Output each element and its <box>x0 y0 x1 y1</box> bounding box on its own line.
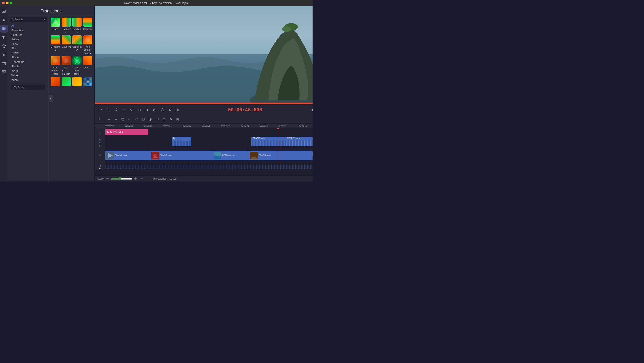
tl-color[interactable]: ◑ <box>147 116 153 122</box>
transition-ken-burns-intense[interactable]: Ken Burns – intense <box>83 35 92 54</box>
tl-settings[interactable]: ⚙ <box>168 116 174 122</box>
clip-bdmv5[interactable]: BDMV5.mov <box>213 151 249 160</box>
transition-row4a[interactable] <box>51 77 60 87</box>
transition-lens-center[interactable]: Lens – from center <box>72 56 81 75</box>
mic-button[interactable] <box>159 106 166 113</box>
maximize-button[interactable] <box>10 2 12 4</box>
collapse-arrow[interactable]: ‹ <box>49 95 52 102</box>
add-track-button[interactable]: + <box>96 116 102 122</box>
tl-mic[interactable] <box>161 116 167 122</box>
clip-bdmv1[interactable]: BDMV1.mov <box>106 151 150 160</box>
search-close-icon[interactable]: ✕ <box>43 18 46 21</box>
redo-button[interactable]: ↪ <box>105 106 112 113</box>
transition-row4b[interactable] <box>62 77 71 87</box>
tl-crop[interactable] <box>140 116 146 122</box>
tl-redo[interactable]: ↪ <box>113 116 119 122</box>
equalizer-icon[interactable] <box>0 68 8 75</box>
clip-bdmv2[interactable]: BDMV2.mov <box>150 151 213 160</box>
track3-eye-icon[interactable]: 👁 <box>98 154 101 157</box>
store-button[interactable]: Store <box>12 84 45 90</box>
category-item-all[interactable]: All <box>10 23 47 28</box>
audio-settings-button[interactable] <box>174 106 182 113</box>
title-clip[interactable]: Tᵣ Journey to Ka <box>106 129 148 135</box>
settings-button[interactable]: ⚙ <box>167 106 174 113</box>
svg-point-58 <box>177 109 178 110</box>
transition-gradient-diag1[interactable]: Gradient ↖ <box>62 35 71 54</box>
playhead[interactable] <box>278 128 278 136</box>
transitions-panel: Transitions ✕ AllFavoritesFeaturedArtist… <box>8 6 95 181</box>
svg-point-15 <box>4 71 5 72</box>
transition-gradient-right[interactable]: Gradient → <box>72 17 81 34</box>
scale-slider[interactable] <box>111 177 132 180</box>
progress-bar[interactable] <box>95 102 312 104</box>
clip-bdmv6[interactable]: BDMV6.mov <box>251 137 286 146</box>
delete-button[interactable] <box>113 106 120 113</box>
category-item-wipe[interactable]: Wipe <box>10 73 47 78</box>
audio-left-icon[interactable]: ◀ <box>99 165 101 167</box>
transition-gradient-diag2[interactable]: Gradient ↗ <box>72 35 81 54</box>
text-icon[interactable]: T <box>0 33 8 41</box>
window-controls[interactable] <box>2 2 12 4</box>
transition-row4d[interactable] <box>83 77 92 87</box>
track3-audio-icon[interactable]: ♪ <box>99 157 100 160</box>
transition-ken-burns-smooth[interactable]: Ken Burns – smooth <box>62 56 71 75</box>
tl-cut[interactable]: ✂ <box>127 116 133 122</box>
transition-row4c[interactable] <box>72 77 81 87</box>
category-item-zoom[interactable]: Zoom <box>10 78 47 82</box>
transition-flash[interactable]: Flash <box>51 17 60 34</box>
clip-bdmv9[interactable]: BDMV9.mov <box>249 151 312 160</box>
ruler-mark: 00:00:20 <box>183 125 202 127</box>
filter-icon[interactable] <box>0 51 8 58</box>
category-item-artistic[interactable]: Artistic <box>10 37 47 42</box>
media-icon[interactable] <box>0 8 8 15</box>
cut-button[interactable]: ✂ <box>120 106 127 113</box>
playhead-head <box>277 128 279 129</box>
audio-speaker-icon[interactable]: 🔈 <box>99 167 101 169</box>
tl-rotate[interactable]: ↺ <box>134 116 140 122</box>
svg-rect-19 <box>14 87 16 89</box>
ruler-mark: 00:00:15 <box>163 125 183 127</box>
lock-icon[interactable]: ⚓ <box>98 141 102 144</box>
tl-delete[interactable] <box>120 116 126 122</box>
tl-undo[interactable]: ↩ <box>106 116 112 122</box>
category-item-featured[interactable]: Featured <box>10 33 47 37</box>
clip-bl[interactable]: Bl <box>172 137 191 146</box>
tl-img[interactable] <box>154 116 160 122</box>
transition-gradient-left[interactable]: Gradient ← <box>62 17 71 34</box>
svg-rect-34 <box>84 81 86 82</box>
category-item-blur[interactable]: Blur <box>10 46 47 51</box>
category-item-blocks[interactable]: Blocks <box>10 55 47 60</box>
category-item-fade[interactable]: Fade <box>10 42 47 46</box>
svg-rect-36 <box>90 81 91 82</box>
prev-button[interactable]: ⏮ <box>309 106 312 114</box>
search-bar[interactable]: ✕ <box>10 17 47 22</box>
transition-gradient-up[interactable]: Gradient ↑ <box>83 17 92 34</box>
transitions-icon[interactable] <box>0 25 8 33</box>
search-input[interactable] <box>14 18 43 21</box>
color-button[interactable]: ◑ <box>144 106 150 113</box>
camera-icon[interactable] <box>0 59 8 67</box>
category-item-warp[interactable]: Warp <box>10 69 47 73</box>
category-item-circle[interactable]: Circle <box>10 51 47 55</box>
transition-ken-burns-sharp[interactable]: Ken Burns – sharp <box>51 56 60 75</box>
stickers-icon[interactable] <box>0 42 8 50</box>
category-item-favorites[interactable]: Favorites <box>10 28 47 33</box>
clip-bdmv12[interactable]: BDMV12.mov <box>286 137 312 146</box>
transition-gradient-down[interactable]: Gradient ↓ <box>51 35 60 54</box>
crop-button[interactable] <box>136 106 143 113</box>
eye-icon[interactable]: 👁 <box>98 138 101 141</box>
transition-lens-diag[interactable]: Lens ↗ <box>83 56 92 75</box>
undo-button[interactable]: ↩ <box>97 106 104 113</box>
close-button[interactable] <box>2 2 5 4</box>
rotate-button[interactable]: ↺ <box>128 106 135 113</box>
clip-bdmv15[interactable]: BDMV15.mov <box>312 151 312 160</box>
clip-bdmv5-label: BDMV5.mov <box>222 154 234 157</box>
effects-icon[interactable] <box>0 16 8 24</box>
tl-audio-settings[interactable] <box>175 116 181 122</box>
category-item-geometric[interactable]: Geometric <box>10 60 47 64</box>
edit-icon[interactable]: ✎ <box>99 145 101 148</box>
category-item-ripple[interactable]: Ripple <box>10 64 47 69</box>
fit-timeline-button[interactable]: ⇔ <box>139 175 146 182</box>
image-button[interactable] <box>151 106 158 113</box>
minimize-button[interactable] <box>6 2 8 4</box>
